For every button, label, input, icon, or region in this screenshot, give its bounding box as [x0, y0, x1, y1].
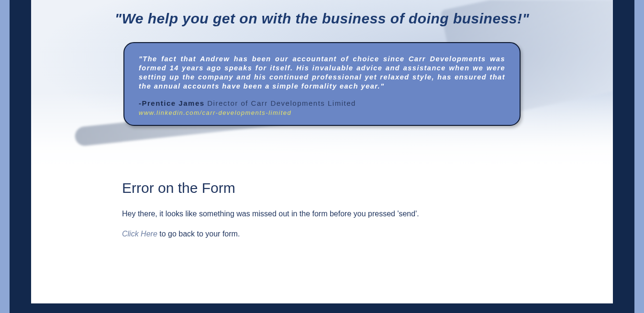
testimonial-attribution: -Prentice James Director of Carr Develop… [139, 99, 505, 107]
back-suffix: to go back to your form. [157, 230, 240, 238]
hero-tagline: "We help you get on with the business of… [31, 0, 613, 27]
testimonial-link[interactable]: www.linkedin.com/carr-developments-limit… [139, 109, 505, 116]
testimonial-quote: "The fact that Andrew has been our accou… [139, 55, 505, 91]
content-section: Error on the Form Hey there, it looks li… [31, 168, 519, 238]
testimonial-box: "The fact that Andrew has been our accou… [123, 42, 521, 126]
page-container: "We help you get on with the business of… [31, 0, 613, 303]
testimonial-author-role: Director of Carr Developments Limited [207, 99, 356, 107]
error-heading: Error on the Form [122, 180, 519, 196]
testimonial-author-name: Prentice James [142, 99, 205, 107]
outer-frame: "We help you get on with the business of… [10, 0, 634, 313]
hero-section: "We help you get on with the business of… [31, 0, 613, 168]
back-link[interactable]: Click Here [122, 230, 157, 238]
back-line: Click Here to go back to your form. [122, 230, 519, 238]
error-body: Hey there, it looks like something was m… [122, 210, 519, 218]
